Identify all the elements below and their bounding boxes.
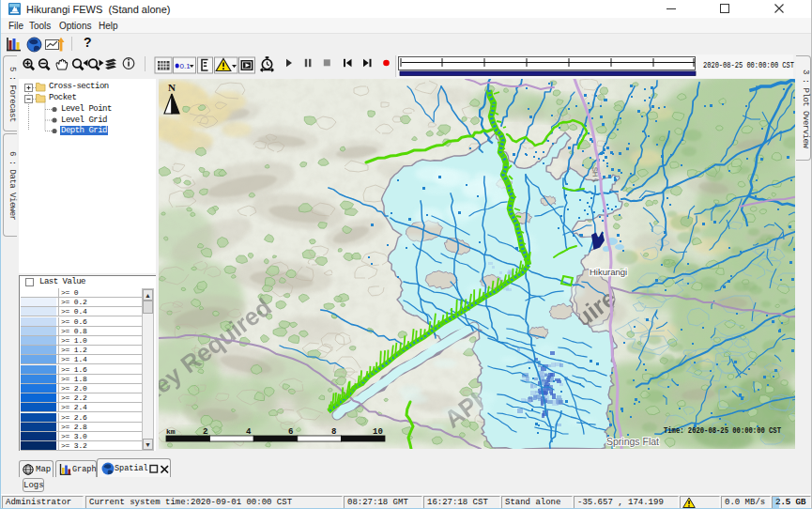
svg-text:10: 10: [373, 427, 383, 437]
svg-text:4: 4: [246, 427, 252, 437]
svg-text:0.1: 0.1: [180, 62, 192, 70]
svg-text:Springs Flat: Springs Flat: [606, 436, 659, 447]
svg-text:2020-08-25 00:00:00 CST: 2020-08-25 00:00:00 CST: [703, 60, 794, 70]
svg-text:6: 6: [288, 427, 293, 437]
svg-text:km: km: [166, 427, 176, 436]
svg-text:SH 1: SH 1: [590, 167, 600, 183]
svg-text:N: N: [168, 82, 176, 93]
svg-text:8: 8: [331, 427, 336, 437]
svg-text:Hikurangi: Hikurangi: [590, 267, 627, 277]
svg-text:2: 2: [203, 427, 207, 437]
svg-text:Time: 2020-08-25 00:00:00 CST: Time: 2020-08-25 00:00:00 CST: [664, 426, 781, 436]
